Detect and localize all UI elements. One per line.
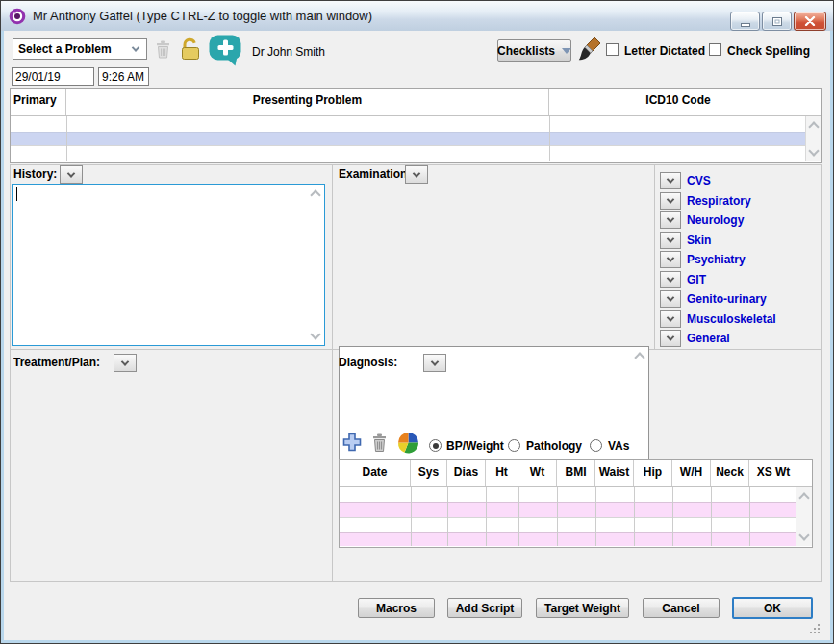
skin-dropdown[interactable] xyxy=(660,232,681,249)
paintbrush-icon[interactable] xyxy=(578,36,603,66)
column-divider xyxy=(672,487,673,546)
presenting-problem-table: Primary Presenting Problem ICD10 Code xyxy=(10,88,822,163)
vas-label[interactable]: VAs xyxy=(608,439,629,453)
delete-problem-icon[interactable] xyxy=(155,39,171,62)
diagnosis-autofill-dropdown[interactable] xyxy=(423,354,446,372)
cancel-button[interactable]: Cancel xyxy=(643,598,720,618)
scroll-up-icon[interactable] xyxy=(808,121,819,132)
add-comment-icon[interactable] xyxy=(208,34,243,70)
problem-row[interactable] xyxy=(11,116,805,132)
system-row-musculoskeletal: Musculoskeletal xyxy=(660,310,776,328)
treatment-autofill-dropdown[interactable] xyxy=(114,354,137,372)
column-divider xyxy=(518,487,519,546)
add-script-button[interactable]: Add Script xyxy=(447,598,522,618)
scroll-down-icon[interactable] xyxy=(808,145,819,156)
checklists-label: Checklists xyxy=(497,44,555,58)
problem-row-selected[interactable] xyxy=(11,132,805,145)
check-spelling-checkbox[interactable] xyxy=(709,43,721,56)
genito-urinary-dropdown[interactable] xyxy=(660,290,681,308)
scroll-up-icon[interactable] xyxy=(798,492,809,503)
scroll-up-icon[interactable] xyxy=(634,352,644,362)
problem-table-scrollbar[interactable] xyxy=(805,116,821,161)
system-label[interactable]: General xyxy=(687,332,730,345)
bp-weight-label[interactable]: BP/Weight xyxy=(446,439,504,453)
macros-label: Macros xyxy=(376,602,417,615)
vitals-scrollbar[interactable] xyxy=(796,487,812,546)
chart-icon[interactable] xyxy=(397,432,419,458)
chevron-down-icon xyxy=(67,169,75,177)
col-sys: Sys xyxy=(411,460,447,486)
chevron-down-icon xyxy=(413,169,420,177)
history-autofill-dropdown[interactable] xyxy=(60,165,83,184)
cvs-dropdown[interactable] xyxy=(660,172,681,189)
macros-button[interactable]: Macros xyxy=(358,598,435,618)
app-icon xyxy=(9,8,26,25)
system-label[interactable]: Psychiatry xyxy=(687,253,746,266)
col-neck: Neck xyxy=(711,460,749,486)
column-divider xyxy=(486,487,487,546)
checklists-button[interactable]: Checklists xyxy=(497,39,571,62)
pathology-label[interactable]: Pathology xyxy=(526,439,582,453)
vertical-separator xyxy=(654,164,655,349)
respiratory-dropdown[interactable] xyxy=(660,192,681,210)
encounter-window: Mr Anthony Gaffel (Type CTRL-Z to toggle… xyxy=(0,0,834,644)
letter-dictated-label: Letter Dictated xyxy=(624,44,705,58)
add-observation-icon[interactable] xyxy=(341,432,363,457)
problem-select[interactable]: Select a Problem xyxy=(13,38,147,60)
system-row-general: General xyxy=(660,330,776,347)
git-dropdown[interactable] xyxy=(660,271,681,288)
scroll-down-icon[interactable] xyxy=(310,329,320,339)
column-divider xyxy=(66,116,67,161)
system-row-genito-urinary: Genito-urinary xyxy=(660,290,776,308)
musculoskeletal-dropdown[interactable] xyxy=(660,310,681,328)
close-button[interactable] xyxy=(794,12,826,31)
column-divider xyxy=(447,487,448,546)
client-area: Select a Problem Dr John Smith Checklist… xyxy=(4,31,830,640)
neurology-dropdown[interactable] xyxy=(660,211,681,229)
close-icon xyxy=(804,16,816,26)
psychiatry-dropdown[interactable] xyxy=(660,251,681,268)
problem-table-header: Primary Presenting Problem ICD10 Code xyxy=(11,89,821,116)
maximize-button[interactable] xyxy=(762,12,792,31)
resize-grip-icon[interactable] xyxy=(810,621,821,638)
bp-weight-radio[interactable] xyxy=(429,439,442,452)
system-label[interactable]: CVS xyxy=(687,174,711,187)
diagnosis-label: Diagnosis: xyxy=(339,356,397,369)
delete-observation-icon[interactable] xyxy=(371,433,388,457)
minimize-button[interactable] xyxy=(730,12,760,31)
system-label[interactable]: GIT xyxy=(687,273,706,286)
pathology-radio[interactable] xyxy=(508,439,520,452)
examination-autofill-dropdown[interactable] xyxy=(405,165,428,184)
vas-radio[interactable] xyxy=(590,439,602,452)
text-caret xyxy=(16,187,17,201)
visit-date-input[interactable]: 29/01/19 xyxy=(12,67,94,86)
system-row-neurology: Neurology xyxy=(660,211,776,229)
chevron-down-icon xyxy=(121,358,129,365)
system-label[interactable]: Skin xyxy=(687,234,711,247)
history-textarea[interactable] xyxy=(12,184,325,346)
system-label[interactable]: Genito-urinary xyxy=(687,292,767,306)
problem-row[interactable] xyxy=(11,145,805,160)
vitals-body xyxy=(340,487,812,546)
chevron-down-icon xyxy=(667,313,674,321)
system-label[interactable]: Neurology xyxy=(687,213,744,227)
scroll-down-icon[interactable] xyxy=(798,530,809,540)
target-weight-button[interactable]: Target Weight xyxy=(536,598,629,618)
column-divider xyxy=(411,487,412,546)
general-dropdown[interactable] xyxy=(660,330,681,347)
system-label[interactable]: Respiratory xyxy=(687,194,751,208)
titlebar[interactable]: Mr Anthony Gaffel (Type CTRL-Z to toggle… xyxy=(1,1,833,31)
system-row-skin: Skin xyxy=(660,232,776,249)
ok-button[interactable]: OK xyxy=(732,597,813,619)
col-date: Date xyxy=(340,460,411,486)
column-divider xyxy=(595,487,596,546)
window-title: Mr Anthony Gaffel (Type CTRL-Z to toggle… xyxy=(33,9,372,23)
unlock-icon[interactable] xyxy=(178,37,203,64)
system-label[interactable]: Musculoskeletal xyxy=(687,312,776,326)
visit-time-input[interactable]: 9:26 AM xyxy=(98,67,149,86)
treatment-label: Treatment/Plan: xyxy=(13,356,100,369)
problem-select-value: Select a Problem xyxy=(13,42,133,56)
letter-dictated-checkbox[interactable] xyxy=(606,43,619,56)
scroll-up-icon[interactable] xyxy=(310,189,320,200)
vitals-table: Date Sys Dias Ht Wt BMI Waist Hip W/H Ne… xyxy=(339,459,813,548)
